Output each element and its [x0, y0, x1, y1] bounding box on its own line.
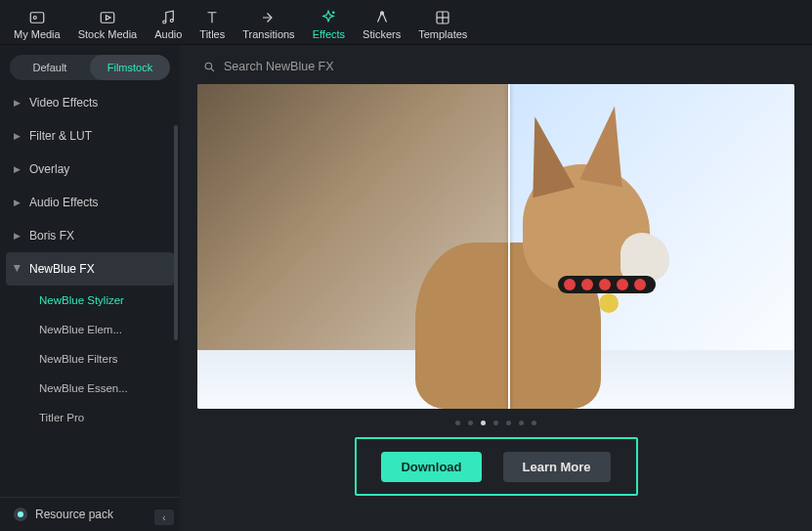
pager-dot[interactable] [493, 420, 498, 425]
toolbar-titles[interactable]: Titles [199, 9, 225, 40]
transitions-icon [260, 9, 278, 26]
toolbar-effects[interactable]: Effects [313, 9, 345, 40]
pager-dot[interactable] [481, 420, 486, 425]
chevron-right-icon: ▶ [14, 231, 21, 241]
sidebar-item-overlay[interactable]: ▶Overlay [0, 153, 180, 186]
titles-icon [203, 9, 221, 26]
chevron-left-icon: ‹ [162, 512, 165, 523]
tab-filmstock[interactable]: Filmstock [90, 55, 170, 80]
toolbar-label: Titles [199, 28, 225, 40]
toolbar-label: Transitions [242, 28, 294, 40]
toolbar-transitions[interactable]: Transitions [242, 9, 294, 40]
svg-point-4 [163, 21, 166, 23]
toolbar-stock-media[interactable]: Stock Media [78, 9, 138, 40]
sidebar-subitem-titler-pro[interactable]: Titler Pro [0, 403, 156, 432]
sidebar-item-label: Overlay [29, 162, 69, 176]
toolbar-label: My Media [14, 28, 61, 40]
search-bar[interactable]: Search NewBlue FX [180, 45, 812, 84]
sidebar-resource-pack[interactable]: Resource pack [0, 497, 180, 531]
sidebar-scroll: ▶Video Effects ▶Filter & LUT ▶Overlay ▶A… [0, 86, 180, 497]
toolbar-templates[interactable]: Templates [418, 9, 467, 40]
toolbar-label: Effects [313, 28, 345, 40]
sidebar-item-label: Audio Effects [29, 196, 99, 209]
stickers-icon [373, 9, 391, 26]
search-input[interactable]: Search NewBlue FX [224, 60, 334, 73]
sidebar-subitem-newblue-essentials[interactable]: NewBlue Essen... [0, 374, 156, 403]
chevron-right-icon: ▶ [14, 198, 21, 207]
toolbar-label: Stock Media [78, 28, 138, 40]
tab-default[interactable]: Default [10, 55, 90, 80]
toolbar-my-media[interactable]: My Media [14, 9, 61, 40]
sidebar: Default Filmstock ▶Video Effects ▶Filter… [0, 45, 180, 531]
scrollbar[interactable] [174, 125, 178, 340]
chevron-right-icon: ▶ [14, 131, 21, 141]
search-icon [203, 61, 216, 73]
sidebar-item-video-effects[interactable]: ▶Video Effects [0, 86, 180, 119]
audio-icon [159, 9, 177, 26]
chevron-down-icon: ▶ [13, 265, 22, 273]
top-toolbar: My Media Stock Media Audio Titles Transi… [0, 0, 812, 45]
sidebar-item-label: Filter & LUT [29, 129, 92, 143]
sidebar-item-newblue-fx[interactable]: ▶NewBlue FX [6, 252, 174, 286]
svg-rect-2 [101, 13, 114, 23]
sidebar-item-label: Boris FX [29, 229, 74, 243]
sidebar-item-label: NewBlue FX [29, 262, 95, 276]
resource-pack-icon [14, 508, 27, 521]
svg-marker-3 [106, 16, 110, 21]
svg-point-6 [333, 12, 335, 14]
pager-dot[interactable] [468, 420, 473, 425]
comparison-slider[interactable] [508, 84, 510, 409]
sidebar-source-tabs: Default Filmstock [10, 55, 170, 80]
main-panel: Search NewBlue FX [180, 45, 812, 531]
preview-subject-dog [376, 135, 689, 409]
svg-rect-0 [30, 13, 44, 23]
pager-dot[interactable] [532, 420, 536, 425]
download-button[interactable]: Download [381, 452, 481, 482]
content-area: Default Filmstock ▶Video Effects ▶Filter… [0, 45, 812, 531]
action-box: Download Learn More [355, 437, 638, 496]
svg-line-12 [211, 68, 214, 71]
sidebar-item-boris-fx[interactable]: ▶Boris FX [0, 219, 180, 252]
effects-icon [320, 9, 337, 26]
svg-point-11 [205, 63, 212, 68]
pager-dot[interactable] [506, 420, 511, 425]
stock-icon [99, 9, 116, 26]
sidebar-item-audio-effects[interactable]: ▶Audio Effects [0, 186, 180, 219]
chevron-right-icon: ▶ [14, 164, 21, 174]
effect-preview[interactable] [197, 84, 794, 409]
svg-point-5 [171, 20, 174, 22]
sidebar-item-filter-lut[interactable]: ▶Filter & LUT [0, 119, 180, 153]
sidebar-subitem-newblue-stylizer[interactable]: NewBlue Stylizer [0, 286, 156, 315]
pager-dots [180, 409, 812, 433]
pager-dot[interactable] [455, 420, 460, 425]
toolbar-stickers[interactable]: Stickers [363, 9, 401, 40]
sidebar-subitem-newblue-filters[interactable]: NewBlue Filters [0, 344, 156, 374]
toolbar-label: Stickers [363, 28, 401, 40]
media-icon [28, 9, 46, 26]
toolbar-label: Audio [154, 28, 182, 40]
templates-icon [434, 9, 451, 26]
sidebar-item-label: Video Effects [29, 96, 98, 110]
svg-point-1 [33, 17, 36, 20]
chevron-right-icon: ▶ [14, 98, 21, 108]
toolbar-label: Templates [418, 28, 467, 40]
sidebar-subitem-newblue-elements[interactable]: NewBlue Elem... [0, 315, 156, 344]
collapse-sidebar-button[interactable]: ‹ [154, 509, 174, 525]
toolbar-audio[interactable]: Audio [154, 9, 182, 40]
learn-more-button[interactable]: Learn More [503, 452, 611, 482]
pager-dot[interactable] [519, 420, 524, 425]
sidebar-item-label: Resource pack [35, 508, 113, 521]
